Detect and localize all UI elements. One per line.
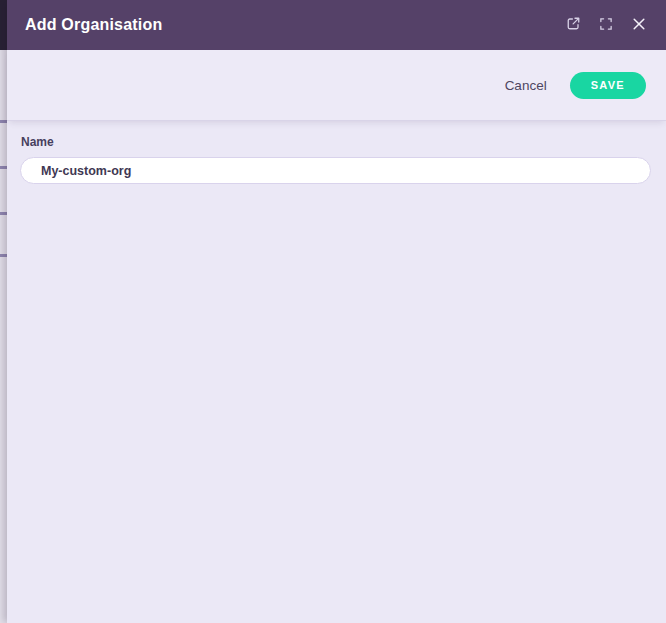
background-row-line <box>0 254 7 257</box>
cancel-button[interactable]: Cancel <box>505 78 547 93</box>
background-row-line <box>0 120 7 123</box>
panel: Add Organisation <box>7 0 666 623</box>
underlying-header-edge <box>0 0 7 50</box>
background-row-line <box>0 212 7 215</box>
dialog-header: Add Organisation <box>7 0 666 50</box>
page-title: Add Organisation <box>25 16 162 34</box>
open-in-new-button[interactable] <box>561 13 585 37</box>
open-in-new-icon <box>566 16 581 34</box>
organisation-name-input[interactable] <box>20 157 651 184</box>
form-area: Name <box>7 121 666 623</box>
action-toolbar: Cancel SAVE <box>7 50 666 121</box>
save-button[interactable]: SAVE <box>570 72 646 99</box>
name-field-label: Name <box>21 135 651 149</box>
close-icon <box>632 17 646 34</box>
add-organisation-dialog: Add Organisation <box>0 0 666 623</box>
close-button[interactable] <box>627 13 651 37</box>
background-row-line <box>0 166 7 169</box>
fullscreen-button[interactable] <box>594 13 618 37</box>
window-actions <box>561 13 651 37</box>
underlying-page-edge <box>0 0 7 623</box>
fullscreen-icon <box>600 18 612 33</box>
